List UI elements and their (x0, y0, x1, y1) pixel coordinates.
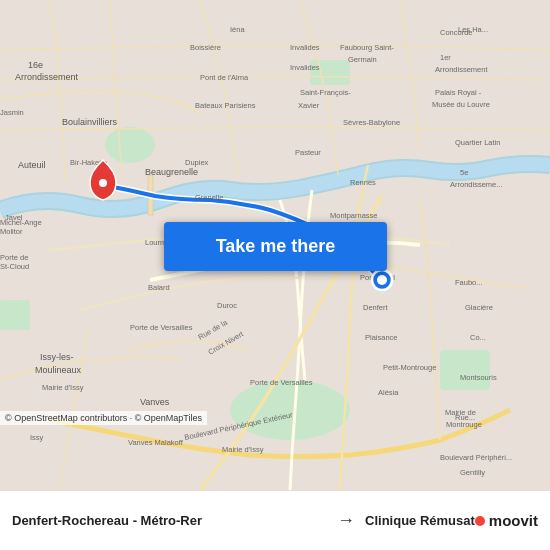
svg-text:Iéna: Iéna (230, 25, 245, 34)
svg-text:Montparnasse: Montparnasse (330, 211, 378, 220)
moovit-text: moovit (489, 512, 538, 529)
svg-text:Saint-François-: Saint-François- (300, 88, 351, 97)
svg-text:Grenelle: Grenelle (195, 193, 223, 202)
svg-text:Issy-les-: Issy-les- (40, 352, 74, 362)
svg-point-4 (105, 127, 155, 163)
map-attribution: © OpenStreetMap contributors · © OpenMap… (0, 411, 207, 425)
svg-text:Porte de: Porte de (0, 253, 28, 262)
svg-rect-3 (0, 300, 30, 330)
svg-text:Quartier Latin: Quartier Latin (455, 138, 500, 147)
svg-text:Porte de Versailles: Porte de Versailles (250, 378, 313, 387)
svg-text:Pont de l'Alma: Pont de l'Alma (200, 73, 249, 82)
svg-text:Bateaux Parisiens: Bateaux Parisiens (195, 101, 256, 110)
svg-text:Petit-Montrouge: Petit-Montrouge (383, 363, 436, 372)
from-station-label: Denfert-Rochereau - Métro-Rer (12, 513, 327, 528)
footer-to: Clinique Rémusat (365, 513, 475, 528)
to-station-label: Clinique Rémusat (365, 513, 475, 528)
take-me-there-button[interactable]: Take me there (164, 222, 387, 271)
svg-rect-2 (440, 350, 490, 390)
svg-text:Boulevard Périphéri...: Boulevard Périphéri... (440, 453, 512, 462)
svg-text:Arrondissement: Arrondissement (15, 72, 79, 82)
svg-text:Plaisance: Plaisance (365, 333, 398, 342)
svg-text:Gentilly: Gentilly (460, 468, 485, 477)
svg-text:Invalides: Invalides (290, 63, 320, 72)
svg-text:Vanves Malakoff: Vanves Malakoff (128, 438, 184, 447)
moovit-logo: moovit (475, 512, 538, 529)
svg-text:St-Cloud: St-Cloud (0, 262, 29, 271)
svg-text:Mairie d'Issy: Mairie d'Issy (222, 445, 264, 454)
svg-text:Faubourg Saint-: Faubourg Saint- (340, 43, 394, 52)
svg-text:Co...: Co... (470, 333, 486, 342)
svg-text:Mairie d'Issy: Mairie d'Issy (42, 383, 84, 392)
svg-text:Palais Royal -: Palais Royal - (435, 88, 482, 97)
svg-text:Xavier: Xavier (298, 101, 320, 110)
svg-text:Glacière: Glacière (465, 303, 493, 312)
svg-text:Auteuil: Auteuil (18, 160, 46, 170)
moovit-dot-icon (475, 516, 485, 526)
map-container: 16e Arrondissement Auteuil Boulainvillie… (0, 0, 550, 490)
svg-text:Musée du Louvre: Musée du Louvre (432, 100, 490, 109)
svg-point-78 (99, 179, 107, 187)
footer-from: Denfert-Rochereau - Métro-Rer (12, 513, 327, 528)
svg-text:Les Ha...: Les Ha... (458, 25, 488, 34)
svg-text:Denfert: Denfert (363, 303, 389, 312)
svg-text:5e: 5e (460, 168, 468, 177)
svg-text:Issy: Issy (30, 433, 44, 442)
svg-text:Jasmin: Jasmin (0, 108, 24, 117)
svg-text:Sèvres-Babylone: Sèvres-Babylone (343, 118, 400, 127)
svg-text:Rennes: Rennes (350, 178, 376, 187)
svg-text:Moulineaux: Moulineaux (35, 365, 82, 375)
svg-text:Boissière: Boissière (190, 43, 221, 52)
svg-text:Alésia: Alésia (378, 388, 399, 397)
arrow-icon: → (337, 510, 355, 531)
svg-text:Beaugrenelle: Beaugrenelle (145, 167, 198, 177)
svg-text:Invalides: Invalides (290, 43, 320, 52)
svg-text:Boulainvilliers: Boulainvilliers (62, 117, 118, 127)
svg-text:Molitor: Molitor (0, 227, 23, 236)
footer: Denfert-Rochereau - Métro-Rer → Clinique… (0, 490, 550, 550)
svg-text:Montsouris: Montsouris (460, 373, 497, 382)
svg-text:Dupiex: Dupiex (185, 158, 209, 167)
svg-text:Arrondissement: Arrondissement (435, 65, 488, 74)
svg-text:16e: 16e (28, 60, 43, 70)
svg-text:Faubo...: Faubo... (455, 278, 483, 287)
svg-text:Duroc: Duroc (217, 301, 237, 310)
svg-text:Arrondisseme...: Arrondisseme... (450, 180, 503, 189)
svg-text:Balard: Balard (148, 283, 170, 292)
svg-text:Montrouge: Montrouge (446, 420, 482, 429)
svg-text:Mairie de: Mairie de (445, 408, 476, 417)
svg-text:Porte de Versailles: Porte de Versailles (130, 323, 193, 332)
svg-point-77 (377, 275, 387, 285)
svg-text:1er: 1er (440, 53, 451, 62)
svg-text:Vanves: Vanves (140, 397, 170, 407)
svg-text:Pasteur: Pasteur (295, 148, 321, 157)
svg-text:Javel: Javel (5, 213, 23, 222)
svg-text:Germain: Germain (348, 55, 377, 64)
